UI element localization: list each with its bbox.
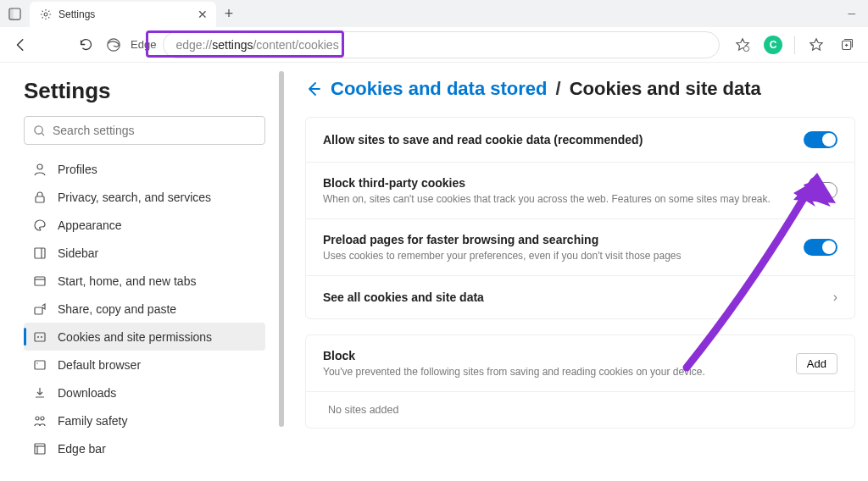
setting-allow-cookies: Allow sites to save and read cookie data… <box>306 118 854 162</box>
nav-downloads[interactable]: Downloads <box>24 379 265 406</box>
nav-edge-bar[interactable]: Edge bar <box>24 434 265 462</box>
nav-default-browser[interactable]: Default browser <box>24 351 265 379</box>
nav-profiles[interactable]: Profiles <box>24 155 265 183</box>
svg-point-7 <box>37 164 42 169</box>
sidebar-scrollbar[interactable] <box>279 63 286 481</box>
breadcrumb-current: Cookies and site data <box>570 78 761 100</box>
setting-block-third-party: Block third-party cookies When on, sites… <box>306 162 854 218</box>
search-input[interactable] <box>53 124 256 137</box>
cookie-settings-card: Allow sites to save and read cookie data… <box>305 117 855 319</box>
nav-family[interactable]: Family safety <box>24 406 265 434</box>
svg-rect-17 <box>35 361 45 369</box>
svg-rect-11 <box>35 277 45 285</box>
favorites-star-icon[interactable] <box>728 30 757 59</box>
title-bar: Settings ✕ + ─ <box>0 0 868 27</box>
download-icon <box>32 386 47 400</box>
family-icon <box>32 414 47 428</box>
settings-sidebar: Settings Profiles Privacy, search, and s… <box>24 78 265 462</box>
profile-icon <box>32 163 47 176</box>
svg-point-3 <box>108 38 120 50</box>
svg-rect-9 <box>35 248 45 258</box>
svg-rect-8 <box>36 196 44 202</box>
palette-icon <box>32 218 47 232</box>
tab-actions-icon[interactable] <box>0 8 30 20</box>
svg-point-18 <box>36 362 37 363</box>
toggle-preload[interactable] <box>804 239 837 256</box>
add-blocked-site-button[interactable]: Add <box>796 353 837 374</box>
tab-icon <box>32 274 47 288</box>
block-empty-message: No sites added <box>306 391 854 428</box>
browser-tab[interactable]: Settings ✕ <box>30 2 216 27</box>
see-all-cookies-link[interactable]: See all cookies and site data › <box>306 275 854 318</box>
tab-title: Settings <box>58 8 191 20</box>
svg-point-4 <box>743 46 748 51</box>
svg-point-16 <box>41 336 42 338</box>
address-bar[interactable]: edge://settings/content/cookies <box>163 31 720 58</box>
svg-point-19 <box>36 417 39 420</box>
breadcrumb-back-icon[interactable] <box>305 80 322 97</box>
edge-logo-icon <box>103 30 124 59</box>
cookie-icon <box>32 330 47 344</box>
edgebar-icon <box>32 442 47 456</box>
svg-rect-13 <box>35 307 42 314</box>
setting-preload: Preload pages for faster browsing and se… <box>306 218 854 275</box>
browser-icon <box>32 358 47 372</box>
svg-rect-1 <box>9 8 14 19</box>
new-tab-button[interactable]: + <box>216 5 242 23</box>
settings-nav: Profiles Privacy, search, and services A… <box>24 155 265 462</box>
nav-cookies[interactable]: Cookies and site permissions <box>24 323 265 351</box>
share-icon <box>32 302 47 316</box>
toolbar-divider <box>794 36 795 54</box>
page-surface: Settings Profiles Privacy, search, and s… <box>0 63 868 481</box>
favorites-icon[interactable] <box>802 30 831 59</box>
search-settings[interactable] <box>24 116 265 145</box>
nav-sidebar[interactable]: Sidebar <box>24 239 265 267</box>
svg-point-20 <box>41 417 44 420</box>
nav-start[interactable]: Start, home, and new tabs <box>24 267 265 295</box>
svg-rect-14 <box>35 333 45 341</box>
rewards-icon[interactable]: C <box>759 30 787 59</box>
refresh-button[interactable] <box>71 30 100 59</box>
sidebar-icon <box>32 246 47 260</box>
nav-privacy[interactable]: Privacy, search, and services <box>24 183 265 211</box>
svg-rect-21 <box>35 444 45 454</box>
svg-point-6 <box>35 125 42 133</box>
window-controls: ─ <box>848 8 868 19</box>
nav-share[interactable]: Share, copy and paste <box>24 295 265 323</box>
breadcrumb-link[interactable]: Cookies and data stored <box>331 78 548 100</box>
nav-appearance[interactable]: Appearance <box>24 211 265 239</box>
block-section-header: Block You've prevented the following sit… <box>306 335 854 391</box>
svg-point-15 <box>37 336 39 338</box>
back-button[interactable] <box>7 30 36 59</box>
chevron-right-icon: › <box>833 290 837 305</box>
browser-toolbar: Edge edge://settings/content/cookies C <box>0 27 868 63</box>
svg-point-2 <box>44 13 47 16</box>
toggle-block-third-party[interactable] <box>804 182 837 199</box>
toggle-allow-cookies[interactable] <box>804 131 837 148</box>
page-title: Settings <box>24 78 265 104</box>
gear-icon <box>40 8 52 20</box>
site-identity-label: Edge <box>131 38 156 51</box>
breadcrumb: Cookies and data stored / Cookies and si… <box>305 78 855 100</box>
settings-content: Cookies and data stored / Cookies and si… <box>305 78 855 444</box>
search-icon <box>33 124 46 137</box>
close-tab-icon[interactable]: ✕ <box>198 8 208 21</box>
minimize-icon[interactable]: ─ <box>848 8 855 19</box>
collections-icon[interactable] <box>832 30 861 59</box>
block-section-card: Block You've prevented the following sit… <box>305 334 855 428</box>
lock-icon <box>32 191 47 204</box>
